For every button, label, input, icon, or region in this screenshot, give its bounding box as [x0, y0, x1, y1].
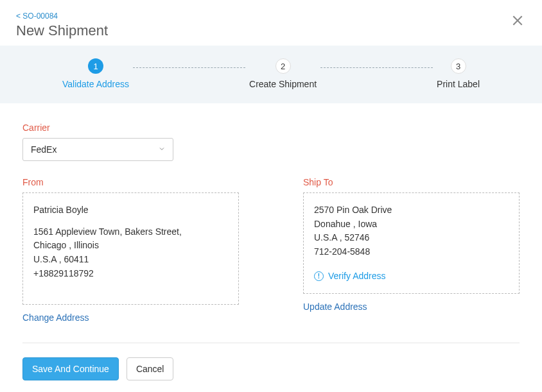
page-title: New Shipment [16, 22, 526, 39]
divider [22, 343, 520, 343]
step-connector [320, 67, 433, 68]
verify-address-link[interactable]: ! Verify Address [314, 269, 509, 284]
verify-address-text: Verify Address [328, 269, 386, 284]
carrier-select[interactable]: FedEx [22, 138, 173, 161]
from-phone: +18829118792 [33, 267, 228, 281]
step-connector [133, 67, 245, 68]
footer-actions: Save And Continue Cancel [22, 357, 520, 392]
alert-circle-icon: ! [314, 271, 324, 281]
change-address-link[interactable]: Change Address [22, 312, 89, 323]
page-header: < SO-00084 New Shipment [0, 0, 542, 46]
ship-to-label: Ship To [303, 177, 520, 187]
step-number: 1 [88, 58, 103, 74]
stepper: 1 Validate Address 2 Create Shipment 3 P… [0, 46, 542, 103]
from-address-line: U.S.A , 60411 [33, 253, 228, 267]
step-label: Create Shipment [249, 79, 317, 89]
step-label: Validate Address [62, 79, 129, 89]
step-label: Print Label [437, 79, 480, 89]
content-area: Carrier FedEx From Patricia Boyle 1561 A… [0, 103, 542, 392]
carrier-label: Carrier [22, 123, 520, 133]
save-and-continue-button[interactable]: Save And Continue [22, 357, 119, 380]
ship-to-section: Ship To 2570 Pin Oak Drive Donahue , Iow… [303, 177, 520, 323]
ship-to-phone: 712-204-5848 [314, 245, 509, 259]
step-number: 2 [275, 58, 291, 74]
step-print-label[interactable]: 3 Print Label [437, 58, 480, 89]
step-create-shipment[interactable]: 2 Create Shipment [249, 58, 317, 89]
from-address-line: 1561 Appleview Town, Bakers Street, [33, 225, 228, 239]
step-validate-address[interactable]: 1 Validate Address [62, 58, 129, 89]
breadcrumb[interactable]: < SO-00084 [16, 12, 58, 21]
from-section: From Patricia Boyle 1561 Appleview Town,… [22, 177, 239, 323]
cancel-button[interactable]: Cancel [127, 357, 174, 380]
ship-to-address-line: 2570 Pin Oak Drive [314, 203, 509, 217]
ship-to-address-line: Donahue , Iowa [314, 217, 509, 232]
close-icon[interactable] [511, 14, 524, 30]
from-name: Patricia Boyle [33, 203, 228, 217]
ship-to-address-box: 2570 Pin Oak Drive Donahue , Iowa U.S.A … [303, 192, 520, 294]
carrier-select-wrap: FedEx [22, 138, 173, 161]
from-address-box: Patricia Boyle 1561 Appleview Town, Bake… [22, 192, 239, 305]
from-address-line: Chicago , Illinois [33, 239, 228, 253]
ship-to-address-line: U.S.A , 52746 [314, 231, 509, 245]
update-address-link[interactable]: Update Address [303, 302, 367, 312]
step-number: 3 [451, 58, 466, 74]
from-label: From [22, 177, 239, 187]
